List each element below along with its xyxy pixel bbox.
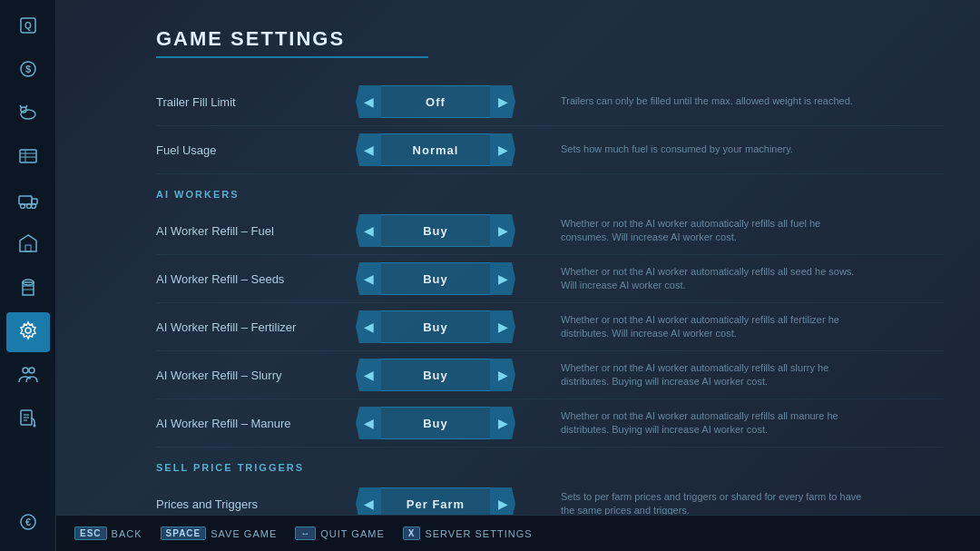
sell-price-header: SELL PRICE TRIGGERS	[156, 462, 944, 473]
sidebar-item-workers[interactable]	[6, 356, 50, 396]
settings-icon	[18, 320, 38, 344]
setting-row-ai-refill-seeds: AI Worker Refill – Seeds ◀ Buy ▶ Whether…	[156, 255, 944, 303]
ai-refill-seeds-next-button[interactable]: ▶	[490, 262, 515, 295]
setting-row-ai-refill-fuel: AI Worker Refill – Fuel ◀ Buy ▶ Whether …	[156, 207, 944, 255]
ai-refill-manure-description: Whether or not the AI worker automatical…	[561, 409, 869, 438]
setting-row-prices-and-triggers: Prices and Triggers ◀ Per Farm ▶ Sets to…	[156, 480, 944, 515]
ai-refill-manure-control: ◀ Buy ▶	[356, 407, 515, 439]
sidebar-item-animals[interactable]	[6, 94, 50, 134]
back-label: BACK	[112, 528, 142, 539]
ai-refill-fuel-control: ◀ Buy ▶	[356, 214, 515, 247]
sidebar-item-euro[interactable]: €	[6, 504, 50, 544]
ai-refill-seeds-control: ◀ Buy ▶	[356, 262, 515, 295]
trailer-fill-limit-control: ◀ Off ▶	[356, 85, 515, 118]
ai-refill-seeds-value: Buy	[381, 262, 490, 295]
general-section: Trailer Fill Limit ◀ Off ▶ Trailers can …	[156, 78, 944, 174]
quest-icon: Q	[18, 15, 38, 39]
fuel-usage-next-button[interactable]: ▶	[490, 133, 515, 166]
fuel-usage-control: ◀ Normal ▶	[356, 133, 515, 166]
prices-and-triggers-label: Prices and Triggers	[156, 497, 356, 511]
svg-text:€: €	[24, 517, 30, 527]
prices-and-triggers-control: ◀ Per Farm ▶	[356, 487, 515, 515]
trailer-fill-limit-next-button[interactable]: ▶	[490, 85, 515, 118]
machines-icon	[17, 191, 39, 212]
svg-line-6	[20, 105, 22, 108]
ai-refill-slurry-description: Whether or not the AI worker automatical…	[561, 361, 869, 389]
silo-icon	[18, 277, 38, 300]
setting-row-ai-refill-fertilizer: AI Worker Refill – Fertilizer ◀ Buy ▶ Wh…	[156, 303, 944, 351]
setting-row-trailer-fill-limit: Trailer Fill Limit ◀ Off ▶ Trailers can …	[156, 78, 944, 126]
prices-and-triggers-prev-button[interactable]: ◀	[356, 487, 381, 515]
ai-refill-fertilizer-description: Whether or not the AI worker automatical…	[561, 313, 869, 341]
ai-refill-slurry-next-button[interactable]: ▶	[490, 359, 515, 391]
workers-icon	[17, 364, 39, 388]
quit-game-key[interactable]: ↔ QUIT GAME	[295, 526, 385, 540]
ai-workers-section: AI WORKERS AI Worker Refill – Fuel ◀ Buy…	[156, 189, 944, 448]
back-key[interactable]: ESC BACK	[74, 526, 142, 540]
server-settings-label: SERVER SETTINGS	[425, 528, 532, 539]
economy-icon: $	[18, 59, 38, 83]
svg-point-4	[21, 110, 35, 119]
euro-icon: €	[18, 512, 38, 536]
ai-refill-fuel-label: AI Worker Refill – Fuel	[156, 224, 356, 238]
sidebar: Q $	[0, 0, 56, 551]
svg-text:Q: Q	[24, 21, 32, 31]
ai-refill-fertilizer-next-button[interactable]: ▶	[490, 310, 515, 343]
trailer-fill-limit-prev-button[interactable]: ◀	[356, 85, 381, 118]
fuel-usage-prev-button[interactable]: ◀	[356, 133, 381, 166]
ai-refill-slurry-prev-button[interactable]: ◀	[356, 359, 381, 391]
ai-refill-seeds-label: AI Worker Refill – Seeds	[156, 272, 356, 286]
svg-rect-12	[19, 196, 32, 204]
ai-refill-fertilizer-label: AI Worker Refill – Fertilizer	[156, 320, 356, 334]
ai-refill-slurry-value: Buy	[381, 359, 490, 391]
svg-text:$: $	[24, 64, 30, 74]
setting-row-ai-refill-slurry: AI Worker Refill – Slurry ◀ Buy ▶ Whethe…	[156, 351, 944, 399]
ai-refill-fuel-prev-button[interactable]: ◀	[356, 214, 381, 247]
prices-and-triggers-description: Sets to per farm prices and triggers or …	[561, 490, 869, 515]
page-title: GAME SETTINGS	[156, 27, 428, 58]
save-game-key[interactable]: SPACE SAVE GAME	[161, 526, 278, 540]
ai-refill-seeds-prev-button[interactable]: ◀	[356, 262, 381, 295]
sidebar-item-silo[interactable]	[6, 269, 50, 309]
svg-point-14	[20, 204, 24, 209]
bottom-bar: ESC BACK SPACE SAVE GAME ↔ QUIT GAME X S…	[56, 515, 980, 551]
space-badge: SPACE	[161, 526, 207, 540]
animals-icon	[17, 103, 39, 126]
fields-icon	[18, 146, 38, 170]
ai-refill-fuel-value: Buy	[381, 214, 490, 247]
sidebar-item-settings[interactable]	[6, 312, 50, 352]
ai-refill-manure-next-button[interactable]: ▶	[490, 407, 515, 439]
svg-line-7	[25, 105, 27, 108]
ai-workers-header: AI WORKERS	[156, 189, 944, 200]
trailer-fill-limit-value: Off	[381, 85, 490, 118]
ai-refill-manure-value: Buy	[381, 407, 490, 439]
ai-refill-fuel-description: Whether or not the AI worker automatical…	[561, 217, 869, 245]
fuel-usage-description: Sets how much fuel is consumed by your m…	[561, 143, 793, 156]
fuel-usage-value: Normal	[381, 133, 490, 166]
sidebar-item-help[interactable]	[6, 399, 50, 439]
svg-point-16	[26, 204, 31, 209]
setting-row-fuel-usage: Fuel Usage ◀ Normal ▶ Sets how much fuel…	[156, 126, 944, 174]
arrow-badge: ↔	[295, 526, 316, 540]
svg-rect-8	[20, 150, 36, 162]
sidebar-item-machines[interactable]	[6, 182, 50, 221]
sidebar-item-barn[interactable]	[6, 225, 50, 265]
sidebar-item-economy[interactable]: $	[6, 51, 50, 91]
main-content: GAME SETTINGS Trailer Fill Limit ◀ Off ▶…	[56, 0, 980, 515]
trailer-fill-limit-description: Trailers can only be filled until the ma…	[561, 94, 853, 108]
prices-and-triggers-next-button[interactable]: ▶	[490, 487, 515, 515]
x-badge: X	[403, 526, 421, 540]
svg-point-23	[25, 328, 31, 333]
ai-refill-fuel-next-button[interactable]: ▶	[490, 214, 515, 247]
server-settings-key[interactable]: X SERVER SETTINGS	[403, 526, 533, 540]
fuel-usage-label: Fuel Usage	[156, 143, 356, 157]
esc-badge: ESC	[74, 526, 107, 540]
ai-refill-manure-prev-button[interactable]: ◀	[356, 407, 381, 439]
sidebar-item-fields[interactable]	[6, 138, 50, 178]
sidebar-item-quest[interactable]: Q	[6, 7, 50, 47]
save-game-label: SAVE GAME	[211, 528, 277, 539]
ai-refill-slurry-label: AI Worker Refill – Slurry	[156, 369, 356, 382]
ai-refill-fertilizer-prev-button[interactable]: ◀	[356, 310, 381, 343]
svg-rect-18	[25, 245, 31, 251]
help-icon	[18, 408, 38, 431]
